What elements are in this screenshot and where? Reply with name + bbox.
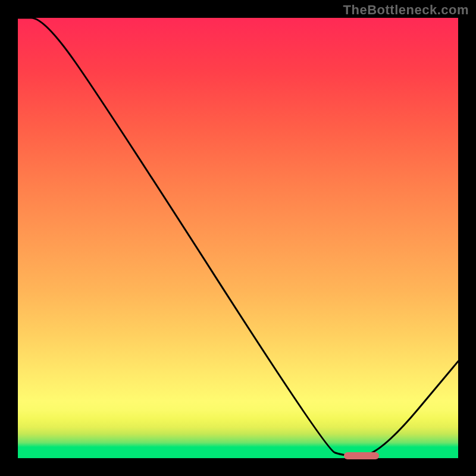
bottleneck-curve [18,18,458,458]
curve-path [18,18,458,456]
plot-area [18,18,458,458]
optimal-marker [344,452,379,459]
chart-frame: TheBottleneck.com [0,0,476,476]
watermark-text: TheBottleneck.com [343,2,469,18]
